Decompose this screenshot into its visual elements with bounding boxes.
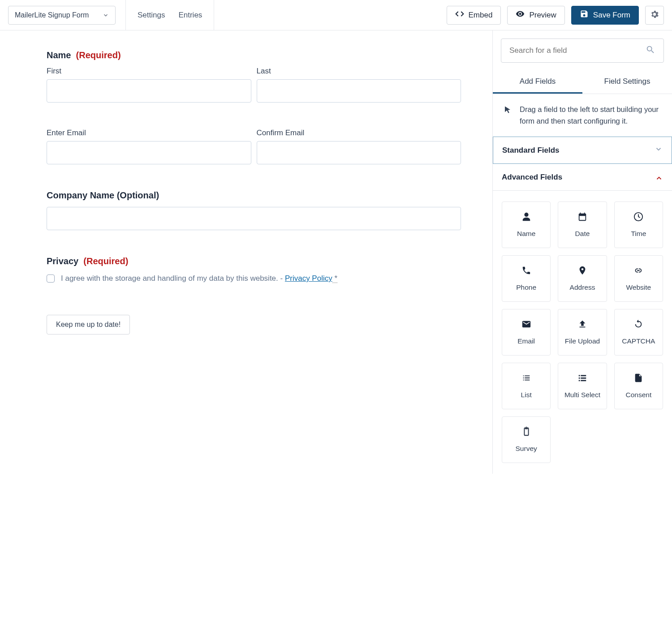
pin-icon (577, 266, 587, 277)
company-input[interactable] (47, 207, 461, 230)
section-advanced-fields[interactable]: Advanced Fields (493, 164, 672, 191)
topbar: MailerLite Signup Form Settings Entries … (0, 0, 672, 30)
person-icon (521, 212, 531, 223)
field-card-phone[interactable]: Phone (502, 255, 551, 302)
preview-button[interactable]: Preview (507, 6, 564, 25)
main: Name (Required) First Last Enter Email (0, 30, 672, 474)
embed-label: Embed (469, 11, 493, 20)
multiselect-icon (577, 373, 587, 385)
field-card-consent[interactable]: Consent (614, 363, 663, 409)
field-search-input[interactable] (509, 46, 646, 55)
topbar-actions: Embed Preview Save Form (447, 6, 664, 25)
first-name-input[interactable] (47, 79, 251, 103)
required-tag: (Required) (83, 256, 128, 266)
upload-icon (577, 319, 587, 331)
nav-settings[interactable]: Settings (136, 11, 167, 20)
field-card-label: Address (570, 283, 595, 292)
settings-gear-button[interactable] (645, 6, 664, 25)
field-company: Company Name (Optional) (47, 190, 461, 230)
search-icon (646, 45, 655, 56)
field-email: Enter Email Confirm Email (47, 129, 461, 164)
field-card-file-upload[interactable]: File Upload (558, 309, 607, 356)
privacy-policy-link[interactable]: Privacy Policy (285, 274, 332, 283)
save-label: Save Form (593, 11, 630, 20)
embed-button[interactable]: Embed (447, 6, 501, 25)
file-icon (633, 373, 643, 385)
field-card-name[interactable]: Name (502, 202, 551, 248)
field-card-label: Phone (516, 283, 536, 292)
form-selector-dropdown[interactable]: MailerLite Signup Form (8, 6, 116, 25)
field-card-label: CAPTCHA (622, 337, 655, 345)
field-card-label: File Upload (565, 337, 600, 345)
form-canvas: Name (Required) First Last Enter Email (0, 30, 493, 474)
phone-icon (521, 266, 531, 277)
name-label: Name (47, 50, 71, 60)
field-privacy: Privacy (Required) I agree with the stor… (47, 256, 461, 284)
chevron-down-icon (655, 145, 663, 155)
field-card-list[interactable]: List (502, 363, 551, 409)
list-icon (521, 373, 531, 385)
advanced-fields-label: Advanced Fields (502, 173, 562, 182)
field-card-date[interactable]: Date (558, 202, 607, 248)
required-tag: (Required) (76, 50, 121, 60)
chevron-up-icon (655, 172, 663, 182)
refresh-icon (633, 319, 643, 331)
clipboard-icon (521, 427, 531, 438)
privacy-checkbox[interactable] (47, 274, 55, 283)
field-card-captcha[interactable]: CAPTCHA (614, 309, 663, 356)
drag-hint: Drag a field to the left to start buildi… (493, 94, 672, 137)
field-card-label: Website (626, 283, 651, 292)
submit-button[interactable]: Keep me up to date! (47, 315, 130, 334)
privacy-label: Privacy (47, 256, 78, 266)
field-card-label: Date (575, 230, 590, 238)
field-name-title: Name (Required) (47, 50, 461, 60)
field-card-label: Survey (516, 445, 537, 453)
last-name-label: Last (257, 67, 461, 76)
gear-icon (650, 9, 659, 21)
divider (125, 0, 126, 30)
clock-icon (633, 212, 643, 223)
standard-fields-label: Standard Fields (502, 146, 560, 155)
mail-icon (521, 319, 531, 331)
last-name-input[interactable] (257, 79, 461, 103)
preview-label: Preview (529, 11, 556, 20)
link-icon (633, 266, 643, 277)
field-card-time[interactable]: Time (614, 202, 663, 248)
sidebar-tabs: Add Fields Field Settings (493, 71, 672, 94)
cursor-icon (504, 104, 512, 117)
field-card-label: Email (517, 337, 535, 345)
nav-entries[interactable]: Entries (177, 11, 204, 20)
tab-add-fields[interactable]: Add Fields (493, 71, 582, 94)
advanced-fields-grid: NameDateTimePhoneAddressWebsiteEmailFile… (493, 191, 672, 474)
enter-email-input[interactable] (47, 141, 251, 164)
enter-email-label: Enter Email (47, 129, 251, 137)
calendar-icon (577, 212, 587, 223)
privacy-title: Privacy (Required) (47, 256, 461, 266)
field-card-website[interactable]: Website (614, 255, 663, 302)
privacy-consent-text: I agree with the storage and handling of… (61, 273, 337, 284)
required-asterisk: * (332, 274, 337, 283)
field-card-address[interactable]: Address (558, 255, 607, 302)
privacy-text-part: I agree with the storage and handling of… (61, 274, 285, 283)
save-icon (580, 9, 589, 21)
section-standard-fields[interactable]: Standard Fields (493, 137, 672, 164)
field-name: Name (Required) First Last (47, 50, 461, 103)
field-card-label: Name (517, 230, 535, 238)
field-card-survey[interactable]: Survey (502, 416, 551, 463)
save-form-button[interactable]: Save Form (571, 6, 639, 25)
field-search[interactable] (501, 39, 664, 63)
tab-field-settings[interactable]: Field Settings (582, 71, 672, 94)
field-card-label: Time (631, 230, 646, 238)
field-card-multi-select[interactable]: Multi Select (558, 363, 607, 409)
field-card-label: List (521, 391, 532, 399)
confirm-email-label: Confirm Email (257, 129, 461, 137)
eye-icon (516, 9, 525, 21)
first-name-label: First (47, 67, 251, 76)
code-icon (455, 9, 464, 21)
divider (214, 0, 214, 30)
hint-text: Drag a field to the left to start buildi… (520, 104, 661, 127)
field-card-label: Consent (625, 391, 651, 399)
company-label: Company Name (Optional) (47, 190, 461, 201)
confirm-email-input[interactable] (257, 141, 461, 164)
field-card-email[interactable]: Email (502, 309, 551, 356)
